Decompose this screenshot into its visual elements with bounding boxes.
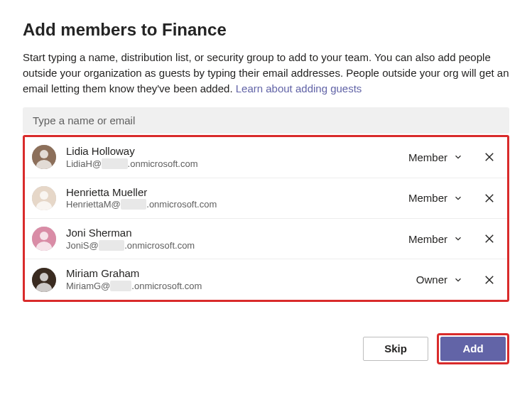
member-info: Henrietta MuellerHenriettaM@xxxxx.onmicr… [66, 185, 408, 211]
member-row: Lidia HollowayLidiaH@xxxxx.onmicrosoft.c… [25, 137, 507, 178]
role-dropdown[interactable]: Member [408, 233, 463, 245]
role-label: Member [408, 151, 447, 163]
email-prefix: MiriamG@ [66, 281, 110, 291]
search-input[interactable]: Type a name or email [23, 107, 509, 134]
member-list: Lidia HollowayLidiaH@xxxxx.onmicrosoft.c… [23, 135, 509, 302]
member-email: HenriettaM@xxxxx.onmicrosoft.com [66, 199, 408, 211]
learn-about-guests-link[interactable]: Learn about adding guests [236, 82, 362, 94]
email-masked: xxxx [110, 281, 131, 291]
chevron-down-icon [453, 152, 463, 162]
member-row: Miriam GrahamMiriamG@xxxx.onmicrosoft.co… [25, 259, 507, 299]
avatar [32, 186, 56, 210]
member-name: Joni Sherman [66, 226, 408, 240]
email-prefix: LidiaH@ [66, 158, 102, 169]
role-label: Member [408, 192, 447, 204]
email-suffix: .onmicrosoft.com [128, 158, 198, 169]
add-button-highlight: Add [437, 333, 509, 364]
email-suffix: .onmicrosoft.com [131, 281, 202, 291]
member-name: Miriam Graham [66, 266, 416, 281]
svg-point-6 [40, 191, 48, 200]
role-label: Owner [416, 274, 447, 286]
dialog-title: Add members to Finance [23, 20, 509, 40]
role-dropdown[interactable]: Owner [416, 274, 463, 286]
svg-point-16 [40, 273, 48, 281]
email-suffix: .onmicrosoft.com [124, 240, 195, 251]
member-info: Lidia HollowayLidiaH@xxxxx.onmicrosoft.c… [66, 144, 408, 170]
avatar [32, 145, 56, 169]
remove-member-button[interactable] [483, 151, 496, 163]
role-dropdown[interactable]: Member [408, 151, 463, 163]
svg-point-1 [40, 150, 48, 158]
avatar [32, 268, 56, 292]
email-masked: xxxxx [102, 158, 128, 169]
role-label: Member [408, 233, 447, 245]
member-info: Joni ShermanJoniS@xxxxx.onmicrosoft.com [66, 226, 408, 251]
remove-member-button[interactable] [483, 274, 496, 286]
member-name: Lidia Holloway [66, 144, 408, 158]
email-suffix: .onmicrosoft.com [146, 199, 217, 210]
member-email: LidiaH@xxxxx.onmicrosoft.com [66, 158, 408, 170]
dialog-description: Start typing a name, distribution list, … [23, 50, 509, 96]
dialog-footer: Skip Add [23, 333, 509, 364]
member-name: Henrietta Mueller [66, 185, 408, 200]
chevron-down-icon [453, 234, 463, 244]
role-dropdown[interactable]: Member [408, 192, 463, 204]
email-prefix: JoniS@ [66, 240, 99, 251]
chevron-down-icon [453, 275, 463, 285]
add-button[interactable]: Add [440, 337, 506, 361]
email-masked: xxxxx [121, 199, 147, 210]
svg-point-11 [40, 232, 48, 240]
member-email: JoniS@xxxxx.onmicrosoft.com [66, 240, 408, 252]
chevron-down-icon [453, 193, 463, 203]
member-info: Miriam GrahamMiriamG@xxxx.onmicrosoft.co… [66, 266, 416, 292]
skip-button[interactable]: Skip [363, 337, 428, 361]
avatar [32, 227, 56, 251]
member-row: Joni ShermanJoniS@xxxxx.onmicrosoft.comM… [25, 219, 507, 259]
member-email: MiriamG@xxxx.onmicrosoft.com [66, 281, 416, 293]
remove-member-button[interactable] [483, 192, 496, 205]
remove-member-button[interactable] [483, 232, 496, 245]
email-prefix: HenriettaM@ [66, 199, 121, 210]
email-masked: xxxxx [99, 240, 125, 251]
member-row: Henrietta MuellerHenriettaM@xxxxx.onmicr… [25, 178, 507, 219]
